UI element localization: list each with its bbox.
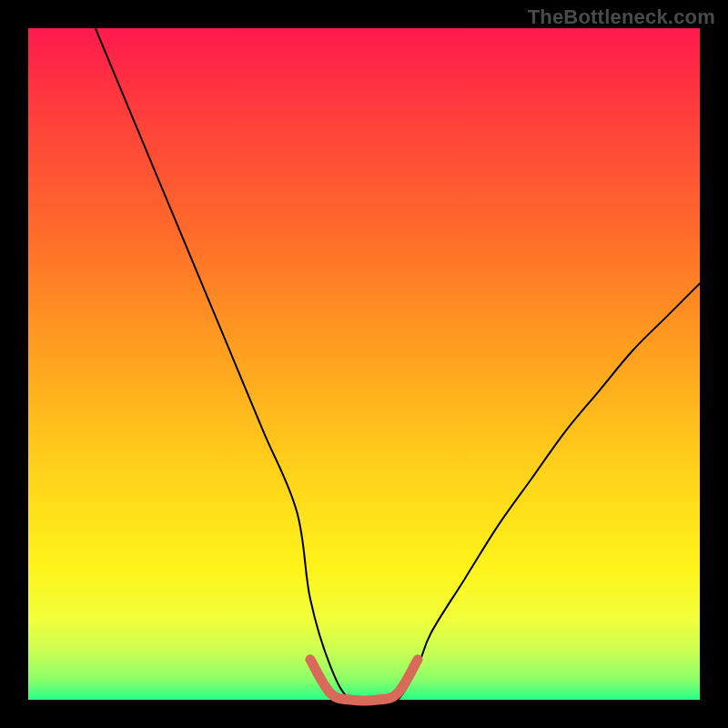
chart-frame: TheBottleneck.com: [0, 0, 728, 728]
bottleneck-curve: [96, 28, 700, 703]
flat-red-segment: [310, 660, 418, 701]
plot-area: [28, 28, 700, 700]
curve-layer: [28, 28, 700, 700]
watermark-text: TheBottleneck.com: [528, 5, 715, 29]
